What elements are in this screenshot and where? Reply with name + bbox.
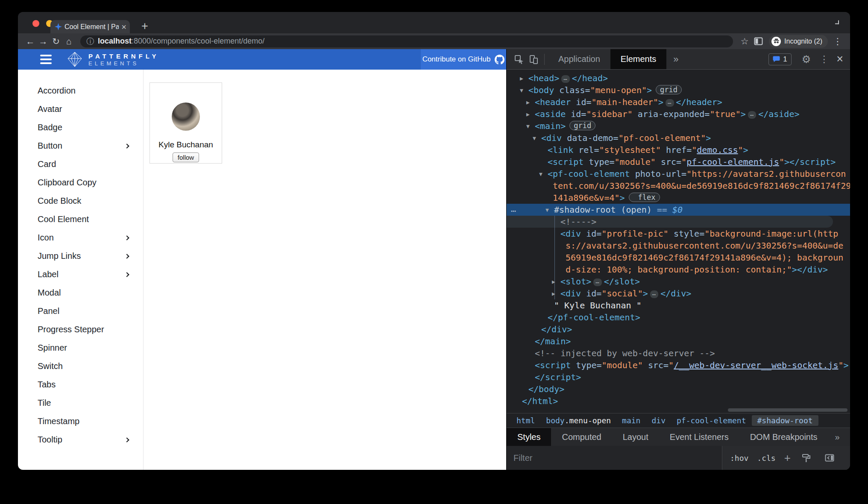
sidebar-item-tile[interactable]: Tile [18, 394, 143, 412]
sidebar-item-button[interactable]: Button [18, 137, 143, 155]
sidebar-item-switch[interactable]: Switch [18, 357, 143, 375]
dom-tree-row[interactable]: <div id="profile-pic" style="background-… [507, 228, 850, 240]
panel-tab-layout[interactable]: Layout [612, 428, 659, 446]
panel-tab-computed[interactable]: Computed [551, 428, 612, 446]
sidebar-item-badge[interactable]: Badge [18, 118, 143, 137]
dom-tree-row[interactable]: 141a896e&v=4">flex [507, 192, 850, 204]
selected-row-menu-icon[interactable]: … [511, 204, 516, 216]
panel-more-tabs-icon[interactable]: » [828, 428, 847, 446]
breadcrumb-div[interactable]: div [646, 415, 671, 426]
sidebar-item-label: Switch [38, 361, 63, 371]
more-tabs-icon[interactable]: » [673, 54, 678, 65]
devtools-menu-icon[interactable]: ⋮ [819, 54, 829, 65]
address-bar[interactable]: ⓘ localhost:8000/components/cool-element… [80, 35, 733, 47]
new-style-rule-button[interactable]: + [784, 452, 791, 463]
back-button[interactable]: ← [24, 37, 37, 46]
dom-tree-row[interactable]: ▶<div id="social">…</div> [507, 287, 850, 299]
rendering-emulation-icon[interactable] [799, 454, 814, 463]
dom-tree-row[interactable]: ▶<aside id="sidebar" aria-expanded="true… [507, 108, 850, 120]
horizontal-scrollbar[interactable] [728, 408, 847, 412]
sidebar-item-tooltip[interactable]: Tooltip [18, 431, 143, 449]
devtools-tab-application[interactable]: Application [548, 49, 610, 69]
sidebar-item-cool-element[interactable]: Cool Element [18, 210, 143, 229]
sidebar-item-clipboard-copy[interactable]: Clipboard Copy [18, 173, 143, 192]
panel-tab-event-listeners[interactable]: Event Listeners [659, 428, 739, 446]
sidebar-item-tabs[interactable]: Tabs [18, 375, 143, 394]
sidebar-item-card[interactable]: Card [18, 155, 143, 173]
sidebar-item-spinner[interactable]: Spinner [18, 339, 143, 357]
browser-menu-icon[interactable]: ⋮ [831, 37, 844, 46]
panel-tab-styles[interactable]: Styles [507, 428, 551, 446]
sidebar-item-code-block[interactable]: Code Block [18, 192, 143, 210]
devtools-tab-elements[interactable]: Elements [610, 49, 666, 69]
dom-tree-row[interactable]: ▶<slot>…</slot> [507, 275, 850, 287]
breadcrumb-main[interactable]: main [616, 415, 646, 426]
element-classes-button[interactable]: .cls [757, 454, 775, 463]
dom-tree-row[interactable]: ▶<header id="main-header">…</header> [507, 96, 850, 108]
dom-tree-row[interactable]: </script> [507, 371, 850, 383]
bookmark-star-icon[interactable]: ☆ [738, 37, 751, 46]
contribute-label: Contribute on GitHub [422, 55, 491, 64]
breadcrumb-shadow-root[interactable]: #shadow-root [752, 415, 818, 426]
sidebar-item-modal[interactable]: Modal [18, 284, 143, 302]
toggle-element-state-button[interactable]: :hov [730, 454, 748, 463]
sidebar-item-label[interactable]: Label [18, 265, 143, 284]
sidebar-item-avatar[interactable]: Avatar [18, 100, 143, 118]
dom-tree-row[interactable]: d-size: 100%; background-position: conta… [507, 264, 850, 275]
breadcrumb-body[interactable]: body.menu-open [540, 415, 616, 426]
dom-tree-row[interactable]: <!-- injected by web-dev-server --> [507, 347, 850, 359]
settings-gear-icon[interactable]: ⚙ [802, 53, 811, 65]
dom-tree-row[interactable]: <link rel="stylesheet" href="demo.css"> [507, 144, 850, 156]
dom-tree-row[interactable]: ▼<pf-cool-element photo-url="https://ava… [507, 168, 850, 180]
dom-tree-row[interactable]: ▼#shadow-root (open) == $0 [507, 204, 850, 216]
device-toolbar-icon[interactable] [526, 55, 541, 64]
dom-tree-row[interactable]: 56919e816dc9f821469c2f86174f29141a896e&v… [507, 252, 850, 264]
tab-overview-chevron-icon[interactable] [835, 21, 839, 24]
menu-toggle-button[interactable] [40, 55, 52, 64]
dom-tree-row[interactable]: </div> [507, 323, 850, 335]
sidebar-item-icon[interactable]: Icon [18, 229, 143, 247]
sidebar-item-label: Label [38, 270, 59, 279]
sidebar-item-progress-stepper[interactable]: Progress Stepper [18, 320, 143, 339]
dom-tree-row[interactable]: ▼<div data-demo="pf-cool-element"> [507, 132, 850, 144]
browser-tab[interactable]: Cool Element | PatternFly Elem × [50, 20, 130, 33]
sidebar-item-accordion[interactable]: Accordion [18, 82, 143, 100]
sidebar-item-timestamp[interactable]: Timestamp [18, 412, 143, 431]
issues-count: 1 [783, 55, 787, 64]
dom-tree-row[interactable]: </main> [507, 335, 850, 347]
panel-tab-dom-breakpoints[interactable]: DOM Breakpoints [739, 428, 828, 446]
breadcrumb-pf-cool-element[interactable]: pf-cool-element [671, 415, 752, 426]
forward-button[interactable]: → [37, 37, 50, 46]
sidebar-item-jump-links[interactable]: Jump Links [18, 247, 143, 265]
dom-tree-row[interactable]: tent.com/u/330256?s=400&u=de56919e816dc9… [507, 180, 850, 192]
styles-controls: :hov .cls + [722, 446, 850, 470]
dom-tree-row[interactable]: <script type="module" src="pf-cool-eleme… [507, 156, 850, 168]
breadcrumb-html[interactable]: html [511, 415, 540, 426]
chevron-right-icon [124, 254, 129, 258]
dom-tree-row[interactable]: s://avatars2.githubusercontent.com/u/330… [507, 240, 850, 252]
dom-tree-row[interactable]: ▶<head>…</head> [507, 72, 850, 84]
issues-badge[interactable]: 1 [768, 53, 791, 65]
dom-tree-row[interactable]: " Kyle Buchanan " [507, 299, 850, 311]
sidebar-item-panel[interactable]: Panel [18, 302, 143, 320]
dom-tree-row[interactable]: </body> [507, 383, 850, 395]
dom-tree-row[interactable]: </pf-cool-element> [507, 311, 850, 323]
tab-close-icon[interactable]: × [121, 23, 126, 31]
site-info-icon[interactable]: ⓘ [86, 36, 94, 47]
contribute-github-link[interactable]: Contribute on GitHub [421, 49, 506, 70]
devtools-close-icon[interactable]: × [836, 53, 843, 65]
dom-tree-row[interactable]: <!----> [507, 216, 833, 228]
home-button[interactable]: ⌂ [62, 37, 75, 46]
reload-button[interactable]: ↻ [50, 37, 62, 46]
show-sidebar-icon[interactable] [822, 454, 837, 462]
dom-tree-row[interactable]: </html> [507, 395, 850, 407]
styles-filter-input[interactable]: Filter [513, 453, 532, 463]
dom-tree-row[interactable]: <script type="module" src="/__web-dev-se… [507, 359, 850, 371]
dom-tree-row[interactable]: ▼<main>grid [507, 120, 850, 132]
follow-button[interactable]: follow [173, 152, 199, 162]
dom-tree-row[interactable]: ▼<body class="menu-open">grid [507, 84, 850, 96]
inspect-element-icon[interactable] [512, 55, 526, 64]
side-panel-icon[interactable] [751, 37, 765, 45]
close-window-button[interactable] [32, 20, 39, 27]
new-tab-button[interactable]: + [138, 20, 151, 33]
